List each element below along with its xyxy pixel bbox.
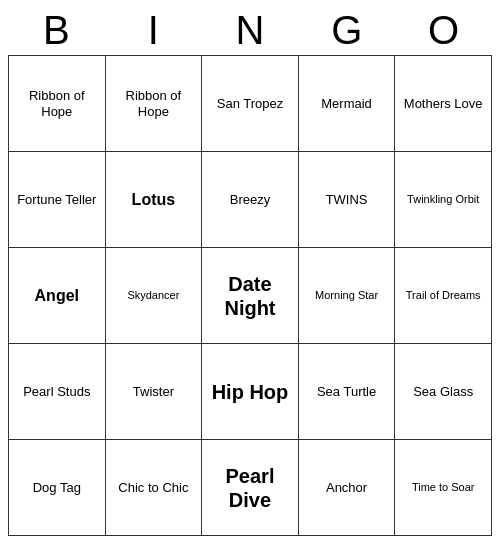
cell-r3-c0: Pearl Studs bbox=[9, 344, 106, 440]
bingo-header: B I N G O bbox=[8, 8, 492, 53]
cell-r2-c2: Date Night bbox=[202, 248, 299, 344]
cell-r1-c0: Fortune Teller bbox=[9, 152, 106, 248]
cell-r1-c2: Breezy bbox=[202, 152, 299, 248]
cell-r2-c1: Skydancer bbox=[105, 248, 202, 344]
cell-r0-c2: San Tropez bbox=[202, 56, 299, 152]
cell-r4-c0: Dog Tag bbox=[9, 440, 106, 536]
cell-r1-c4: Twinkling Orbit bbox=[395, 152, 492, 248]
cell-r0-c4: Mothers Love bbox=[395, 56, 492, 152]
letter-o: O bbox=[395, 8, 492, 53]
cell-r3-c2: Hip Hop bbox=[202, 344, 299, 440]
cell-r3-c3: Sea Turtle bbox=[298, 344, 395, 440]
cell-r0-c0: Ribbon of Hope bbox=[9, 56, 106, 152]
cell-r2-c4: Trail of Dreams bbox=[395, 248, 492, 344]
cell-r2-c3: Morning Star bbox=[298, 248, 395, 344]
cell-r1-c1: Lotus bbox=[105, 152, 202, 248]
letter-i: I bbox=[105, 8, 202, 53]
cell-r2-c0: Angel bbox=[9, 248, 106, 344]
cell-r3-c4: Sea Glass bbox=[395, 344, 492, 440]
letter-n: N bbox=[202, 8, 299, 53]
cell-r0-c3: Mermaid bbox=[298, 56, 395, 152]
letter-b: B bbox=[8, 8, 105, 53]
letter-g: G bbox=[298, 8, 395, 53]
cell-r3-c1: Twister bbox=[105, 344, 202, 440]
cell-r0-c1: Ribbon of Hope bbox=[105, 56, 202, 152]
cell-r4-c3: Anchor bbox=[298, 440, 395, 536]
cell-r4-c4: Time to Soar bbox=[395, 440, 492, 536]
cell-r4-c1: Chic to Chic bbox=[105, 440, 202, 536]
cell-r4-c2: Pearl Dive bbox=[202, 440, 299, 536]
cell-r1-c3: TWINS bbox=[298, 152, 395, 248]
bingo-grid: Ribbon of HopeRibbon of HopeSan TropezMe… bbox=[8, 55, 492, 536]
